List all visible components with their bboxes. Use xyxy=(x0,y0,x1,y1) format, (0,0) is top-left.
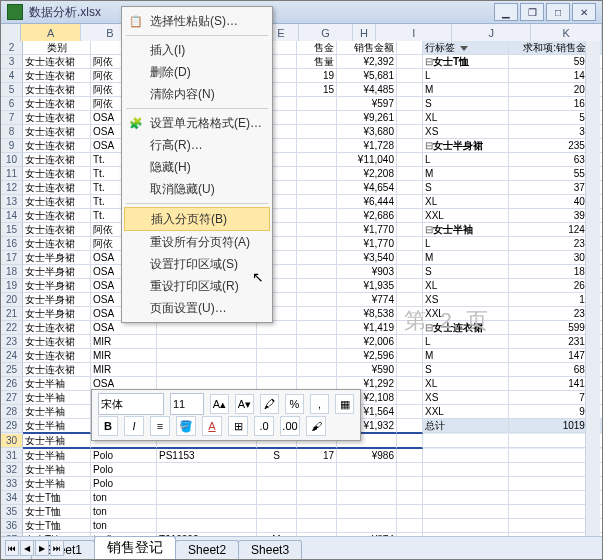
cell[interactable] xyxy=(337,505,397,519)
cell[interactable]: 女士连衣裙 xyxy=(23,139,91,153)
align-button[interactable]: ≡ xyxy=(150,416,170,436)
row-header[interactable]: 33 xyxy=(1,477,23,491)
col-J[interactable]: J xyxy=(452,24,531,42)
tab-sheet3[interactable]: Sheet3 xyxy=(238,540,302,559)
cell[interactable]: XL xyxy=(423,111,509,125)
cell[interactable]: 女士半袖 xyxy=(23,391,91,405)
cell[interactable]: ¥903 xyxy=(337,265,397,279)
cell[interactable] xyxy=(397,505,423,519)
cell[interactable]: S xyxy=(423,181,509,195)
select-all-corner[interactable] xyxy=(1,24,21,42)
grow-font-button[interactable]: A▴ xyxy=(210,394,229,414)
cell[interactable] xyxy=(297,251,337,265)
cell[interactable] xyxy=(397,363,423,377)
cell[interactable]: 19 xyxy=(297,69,337,83)
cell[interactable]: 女士半身裙 xyxy=(23,293,91,307)
cell[interactable]: MIR xyxy=(91,349,157,363)
cell[interactable] xyxy=(297,125,337,139)
cell[interactable]: ¥2,392 xyxy=(337,55,397,69)
cell[interactable]: 女士半袖 xyxy=(23,405,91,419)
row-header[interactable]: 17 xyxy=(1,251,23,265)
cell[interactable]: 售金 xyxy=(297,41,337,55)
cell[interactable] xyxy=(297,237,337,251)
cell[interactable] xyxy=(397,251,423,265)
cell[interactable]: 女士连衣裙 xyxy=(23,335,91,349)
cell[interactable]: ¥774 xyxy=(337,293,397,307)
cell[interactable] xyxy=(297,111,337,125)
cell[interactable] xyxy=(397,223,423,237)
cell[interactable] xyxy=(157,321,257,335)
cell[interactable] xyxy=(297,153,337,167)
cell[interactable]: XXL xyxy=(423,209,509,223)
cell[interactable] xyxy=(397,405,423,419)
cell[interactable] xyxy=(297,195,337,209)
col-H[interactable]: H xyxy=(353,24,377,42)
menu-reset-print-area[interactable]: 重设打印区域(R) xyxy=(122,275,272,297)
row-header[interactable]: 8 xyxy=(1,125,23,139)
cell[interactable] xyxy=(397,69,423,83)
cell[interactable] xyxy=(337,463,397,477)
cell[interactable] xyxy=(397,335,423,349)
cell[interactable]: 女士连衣裙 xyxy=(23,181,91,195)
menu-insert[interactable]: 插入(I) xyxy=(122,39,272,61)
cell[interactable]: 女士连衣裙 xyxy=(23,97,91,111)
row-header[interactable]: 7 xyxy=(1,111,23,125)
percent-button[interactable]: % xyxy=(285,394,304,414)
cell[interactable]: M xyxy=(423,349,509,363)
cell[interactable] xyxy=(423,505,509,519)
cell[interactable]: 女士T恤 xyxy=(23,491,91,505)
cell[interactable] xyxy=(397,209,423,223)
cell[interactable] xyxy=(297,519,337,533)
cell[interactable] xyxy=(297,265,337,279)
row-header[interactable]: 28 xyxy=(1,405,23,419)
cell[interactable]: ⊟女士半袖 xyxy=(423,223,509,237)
row-header[interactable]: 12 xyxy=(1,181,23,195)
cell[interactable] xyxy=(297,97,337,111)
cell[interactable] xyxy=(397,477,423,491)
cell[interactable] xyxy=(423,491,509,505)
comma-button[interactable]: , xyxy=(310,394,329,414)
cell[interactable] xyxy=(297,491,337,505)
cell[interactable]: ⊟女士T恤 xyxy=(423,55,509,69)
cell[interactable] xyxy=(397,265,423,279)
cell[interactable]: XS xyxy=(423,125,509,139)
cell[interactable] xyxy=(297,279,337,293)
cell[interactable] xyxy=(397,463,423,477)
cell[interactable]: 女士连衣裙 xyxy=(23,349,91,363)
cell[interactable]: ¥1,770 xyxy=(337,237,397,251)
cell[interactable]: ⊟女士连衣裙 xyxy=(423,321,509,335)
cell[interactable]: 女士半袖 xyxy=(23,463,91,477)
cell[interactable] xyxy=(397,449,423,463)
row-header[interactable]: 34 xyxy=(1,491,23,505)
cell[interactable]: S xyxy=(257,449,297,463)
cell[interactable]: ton xyxy=(91,519,157,533)
cell[interactable] xyxy=(397,391,423,405)
cell[interactable]: 女士连衣裙 xyxy=(23,195,91,209)
font-family-input[interactable] xyxy=(98,393,164,415)
decrease-decimal-button[interactable]: .00 xyxy=(280,416,300,436)
cell[interactable] xyxy=(397,349,423,363)
row-header[interactable]: 22 xyxy=(1,321,23,335)
cell[interactable]: XS xyxy=(423,293,509,307)
cell[interactable] xyxy=(397,41,423,55)
cell[interactable]: 女士连衣裙 xyxy=(23,321,91,335)
cell[interactable] xyxy=(397,97,423,111)
cell[interactable] xyxy=(397,181,423,195)
cell[interactable]: 女士半袖 xyxy=(23,477,91,491)
cell[interactable] xyxy=(157,363,257,377)
vertical-scrollbar[interactable] xyxy=(585,41,600,537)
cell[interactable]: 女士连衣裙 xyxy=(23,125,91,139)
cell[interactable]: ¥1,419 xyxy=(337,321,397,335)
cell[interactable]: 类别 xyxy=(23,41,91,55)
cell[interactable] xyxy=(397,153,423,167)
cell[interactable] xyxy=(297,463,337,477)
cell[interactable]: 女士半袖 xyxy=(23,419,91,434)
cell[interactable] xyxy=(257,321,297,335)
cell[interactable] xyxy=(423,449,509,463)
cell[interactable] xyxy=(397,237,423,251)
cell[interactable] xyxy=(397,519,423,533)
cell[interactable]: ton xyxy=(91,505,157,519)
cell[interactable] xyxy=(257,363,297,377)
cell[interactable]: 女士T恤 xyxy=(23,505,91,519)
cell[interactable] xyxy=(297,363,337,377)
